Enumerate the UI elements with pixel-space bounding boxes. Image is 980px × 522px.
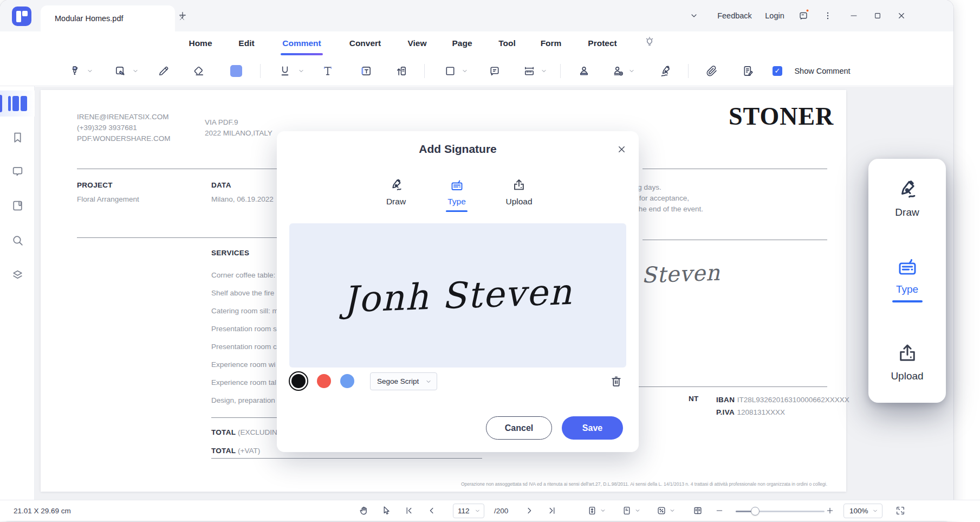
menu-form[interactable]: Form bbox=[541, 38, 562, 48]
signature-tool-icon[interactable] bbox=[659, 65, 672, 78]
underline-tool-icon[interactable] bbox=[279, 65, 291, 78]
hand-tool-icon[interactable] bbox=[359, 505, 369, 516]
attachment-tool-icon[interactable] bbox=[706, 65, 718, 78]
menu-protect[interactable]: Protect bbox=[588, 38, 616, 48]
feedback-button[interactable]: Feedback bbox=[717, 11, 752, 20]
show-comment-checkbox[interactable]: ✓ bbox=[773, 66, 782, 76]
zoom-ratio-dropdown-icon[interactable] bbox=[670, 508, 676, 514]
panel-item-type[interactable]: Type bbox=[868, 255, 946, 302]
zoom-slider[interactable] bbox=[736, 511, 825, 512]
shape-dropdown-icon[interactable] bbox=[462, 68, 468, 74]
upload-icon bbox=[505, 178, 532, 192]
collapse-toolbar-icon[interactable] bbox=[690, 11, 698, 20]
zoom-slider-thumb[interactable] bbox=[751, 507, 760, 515]
menu-edit[interactable]: Edit bbox=[238, 38, 254, 48]
previous-page-icon[interactable] bbox=[427, 506, 437, 515]
dialog-tab-type[interactable]: Type bbox=[446, 178, 468, 212]
menu-page[interactable]: Page bbox=[452, 38, 472, 48]
dialog-close-icon[interactable] bbox=[616, 144, 627, 154]
panel-item-draw[interactable]: Draw bbox=[868, 178, 946, 218]
menu-tool[interactable]: Tool bbox=[498, 38, 516, 48]
panel-item-upload[interactable]: Upload bbox=[868, 342, 946, 382]
window-tab-strip: Modular Homes.pdf Feedback Login bbox=[0, 0, 953, 31]
last-page-icon[interactable] bbox=[547, 506, 557, 515]
sidebar-search[interactable] bbox=[0, 227, 35, 253]
page-layout-icon[interactable] bbox=[693, 506, 703, 516]
area-highlight-tool-icon[interactable] bbox=[114, 65, 127, 78]
cancel-button[interactable]: Cancel bbox=[486, 416, 552, 440]
custom-stamp-dropdown-icon[interactable] bbox=[628, 68, 635, 74]
contact-phone: (+39)329 3937681 bbox=[77, 123, 171, 133]
signature-preview-canvas[interactable]: Jonh Steven bbox=[289, 223, 626, 368]
menu-comment[interactable]: Comment bbox=[282, 38, 321, 48]
color-swatch-red[interactable] bbox=[317, 374, 331, 388]
sidebar-thumbnails[interactable] bbox=[0, 91, 35, 117]
next-page-icon[interactable] bbox=[524, 506, 534, 515]
zoom-in-icon[interactable] bbox=[826, 506, 834, 515]
comment-toolbar: ✓ Show Comment bbox=[0, 56, 953, 86]
pencil-tool-icon[interactable] bbox=[158, 65, 170, 78]
contact-block: IRENE@IRENEATSIX.COM (+39)329 3937681 PD… bbox=[77, 112, 171, 144]
text-comment-tool-icon[interactable] bbox=[322, 65, 334, 78]
sidebar-comments[interactable] bbox=[0, 158, 35, 184]
menu-convert[interactable]: Convert bbox=[349, 38, 381, 48]
highlight-tool-icon[interactable] bbox=[69, 65, 81, 78]
area-highlight-dropdown-icon[interactable] bbox=[132, 68, 139, 74]
fit-page-icon[interactable] bbox=[587, 506, 598, 516]
highlight-dropdown-icon[interactable] bbox=[87, 68, 93, 74]
login-button[interactable]: Login bbox=[765, 11, 784, 20]
search-tools-lightbulb-icon bbox=[644, 36, 656, 48]
underline-dropdown-icon[interactable] bbox=[298, 68, 304, 74]
document-tab-title: Modular Homes.pdf bbox=[55, 14, 124, 23]
dialog-tab-draw[interactable]: Draw bbox=[386, 178, 406, 207]
fullscreen-icon[interactable] bbox=[895, 506, 906, 516]
minimize-button[interactable] bbox=[849, 11, 859, 21]
fit-page-dropdown-icon[interactable] bbox=[600, 508, 606, 514]
messages-icon[interactable] bbox=[799, 11, 809, 21]
project-label: PROJECT bbox=[77, 181, 113, 189]
insert-text-tool-icon[interactable] bbox=[395, 65, 408, 78]
comment-summary-tool-icon[interactable] bbox=[742, 65, 755, 78]
stamp-tool-icon[interactable] bbox=[578, 65, 590, 78]
dialog-tab-upload[interactable]: Upload bbox=[505, 178, 532, 207]
shape-tool-icon[interactable] bbox=[444, 65, 457, 78]
draw-pen-icon bbox=[386, 178, 406, 192]
color-swatch-blue[interactable] bbox=[340, 374, 354, 388]
first-page-icon[interactable] bbox=[404, 506, 414, 515]
fit-width-icon[interactable] bbox=[622, 506, 632, 516]
menu-view[interactable]: View bbox=[407, 38, 426, 48]
measure-tool-icon[interactable] bbox=[523, 65, 536, 78]
color-swatch-black[interactable] bbox=[291, 374, 306, 388]
delete-signature-icon[interactable] bbox=[609, 375, 623, 388]
color-swatch-tool[interactable] bbox=[230, 65, 242, 77]
zoom-level-value: 100% bbox=[849, 507, 868, 515]
new-tab-icon[interactable] bbox=[178, 10, 187, 20]
add-signature-dialog: Add Signature Draw Type Upload Jonh Stev… bbox=[277, 131, 639, 452]
menu-home[interactable]: Home bbox=[189, 38, 212, 48]
zoom-level-dropdown[interactable]: 100% bbox=[843, 504, 882, 518]
eraser-tool-icon[interactable] bbox=[193, 65, 205, 78]
font-select-dropdown[interactable]: Segoe Script bbox=[370, 372, 437, 390]
more-menu-icon[interactable] bbox=[823, 11, 833, 21]
custom-stamp-tool-icon[interactable] bbox=[612, 65, 625, 78]
address-block: VIA PDF.9 2022 MILANO,ITALY bbox=[205, 117, 272, 139]
sidebar-bookmarks[interactable] bbox=[0, 124, 35, 150]
document-tab[interactable]: Modular Homes.pdf bbox=[41, 5, 175, 31]
text-box-tool-icon[interactable] bbox=[360, 65, 373, 78]
zoom-out-icon[interactable] bbox=[715, 506, 724, 515]
page-number-input[interactable] bbox=[458, 507, 473, 515]
app-logo[interactable] bbox=[12, 7, 31, 26]
fit-width-dropdown-icon[interactable] bbox=[635, 508, 641, 514]
maximize-button[interactable] bbox=[873, 11, 882, 20]
sidebar-attachments[interactable] bbox=[0, 192, 35, 218]
document-footnote: Operazione non assoggettata sd IVA ed a … bbox=[461, 481, 827, 487]
select-tool-icon[interactable] bbox=[381, 505, 392, 516]
zoom-ratio-icon[interactable] bbox=[657, 506, 667, 516]
status-bar: 21.01 X 29.69 cm /200 bbox=[0, 500, 980, 521]
sticky-note-tool-icon[interactable] bbox=[489, 65, 501, 78]
close-window-button[interactable] bbox=[897, 11, 906, 21]
page-number-box[interactable] bbox=[453, 504, 484, 518]
sidebar-layers[interactable] bbox=[0, 262, 35, 288]
measure-dropdown-icon[interactable] bbox=[541, 68, 547, 74]
save-button[interactable]: Save bbox=[562, 416, 623, 440]
